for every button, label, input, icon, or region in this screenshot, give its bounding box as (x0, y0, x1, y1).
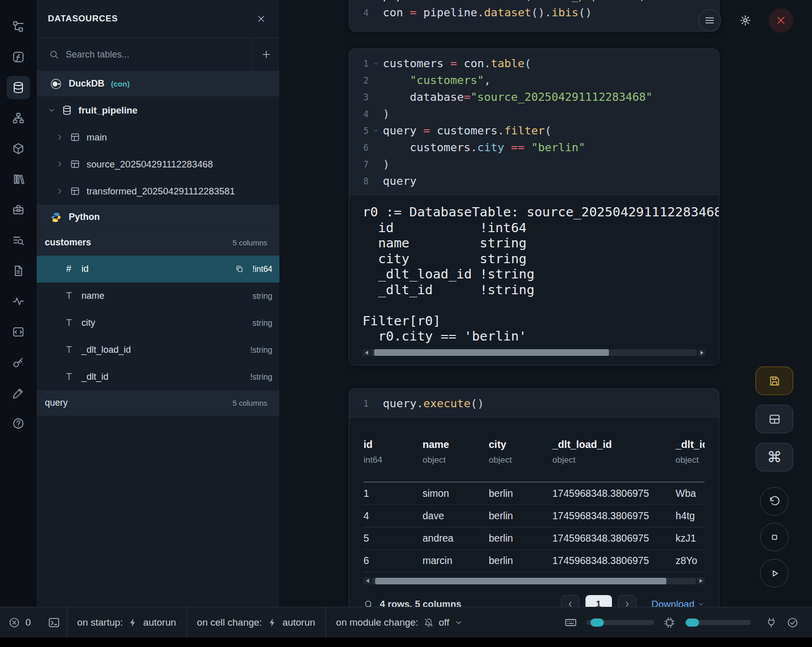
search-icon[interactable] (363, 599, 374, 607)
rail-item-database[interactable] (7, 76, 30, 99)
column-header-city[interactable]: cityobject (489, 432, 552, 482)
table-row[interactable]: 4daveberlin1745968348.3806975h4tg (363, 505, 705, 527)
table-cell: berlin (489, 555, 552, 567)
scroll-left-button[interactable] (362, 349, 370, 356)
chevron-down-icon[interactable] (48, 106, 55, 114)
rail-item-toolbox[interactable] (7, 198, 30, 221)
keyboard-icon[interactable] (564, 616, 577, 629)
code-line[interactable]: 4) (349, 105, 719, 122)
save-button[interactable] (755, 367, 793, 395)
rail-item-library[interactable] (7, 167, 30, 191)
code-line[interactable]: 1query.execute() (349, 395, 719, 412)
chevron-right-icon[interactable] (56, 160, 64, 168)
run-button[interactable] (760, 559, 789, 587)
scrollbar-track[interactable] (371, 349, 697, 356)
code-line[interactable]: 8query (349, 173, 719, 189)
table-row-customers[interactable]: customers 5 columns (37, 230, 279, 256)
scroll-left-button[interactable] (363, 577, 371, 584)
table-cell: dave (423, 510, 489, 522)
chip-icon[interactable] (663, 616, 676, 629)
code-line[interactable]: 4con = pipeline.dataset().ibis() (349, 4, 719, 21)
fold-chevron-icon[interactable] (369, 60, 383, 67)
slider-thumb[interactable] (686, 618, 699, 627)
code-line[interactable]: 7) (349, 156, 719, 173)
error-count: 0 (25, 617, 31, 628)
code-line[interactable]: 3 database="source_202504291112283468" (349, 89, 719, 105)
code-line[interactable]: 6 customers.city == "berlin" (349, 139, 719, 156)
scrollbar-track[interactable] (372, 578, 696, 584)
rail-item-document[interactable] (7, 259, 30, 283)
rail-item-code-window[interactable] (7, 320, 30, 344)
slider-thumb[interactable] (591, 618, 604, 627)
scroll-right-button[interactable] (697, 577, 705, 584)
key-icon (12, 356, 25, 369)
menu-button[interactable] (698, 9, 721, 32)
scrollbar-thumb[interactable] (374, 349, 609, 356)
column-row-_dlt_id[interactable]: T_dlt_id!string (37, 363, 279, 390)
column-header-name[interactable]: nameobject (423, 432, 489, 482)
code-text: ) (383, 158, 389, 171)
column-header-_dlt_id[interactable]: _dlt_idobject (676, 432, 705, 482)
table-row[interactable]: 5andreaberlin1745968348.3806975kzJ1 (363, 527, 705, 550)
chevron-right-icon[interactable] (56, 187, 64, 195)
rail-item-sitemap[interactable] (7, 106, 30, 130)
engine-row-duckdb[interactable]: DuckDB (con) (37, 71, 279, 97)
app-root: DATASOURCES DuckDB (con) fruit_pipelinem… (0, 0, 812, 607)
tree-item-transformed_202504291112283581[interactable]: transformed_202504291112283581 (37, 178, 279, 205)
column-row-city[interactable]: Tcitystring (37, 310, 279, 336)
error-counter[interactable]: 0 (0, 607, 41, 637)
rail-item-key[interactable] (7, 351, 30, 374)
search-input[interactable] (66, 49, 245, 60)
fold-chevron-icon[interactable] (369, 127, 383, 134)
rail-item-list-search[interactable] (7, 229, 30, 252)
column-header-_dlt_load_id[interactable]: _dlt_load_idobject (552, 432, 676, 482)
column-header-id[interactable]: idint64 (363, 432, 423, 482)
chevron-right-icon[interactable] (56, 133, 64, 141)
rail-item-function[interactable] (7, 45, 30, 69)
document-icon (12, 264, 25, 277)
settings-button[interactable] (734, 9, 757, 32)
column-row-_dlt_load_id[interactable]: T_dlt_load_id!string (37, 336, 279, 363)
scrollbar-thumb[interactable] (375, 578, 666, 584)
tree-item-fruit_pipeline[interactable]: fruit_pipeline (37, 97, 279, 124)
tree-item-main[interactable]: main (37, 124, 279, 151)
rail-item-package[interactable] (7, 137, 30, 160)
layout-button[interactable] (755, 405, 793, 433)
close-panel-button[interactable] (256, 14, 266, 24)
code-line[interactable]: 1customers = con.table( (349, 55, 719, 72)
on-startup-setting[interactable]: on startup: autorun (67, 607, 186, 637)
rail-item-help[interactable] (7, 412, 30, 435)
table-row-query[interactable]: query 5 columns (37, 390, 279, 416)
table-row[interactable]: 6marcinberlin1745968348.3806975z8Yo (363, 550, 705, 572)
code-line[interactable]: 3pipeline = dlt.attach("fruit_pipeline") (349, 0, 719, 4)
table-row[interactable]: 1simonberlin1745968348.3806975Wba (363, 483, 705, 505)
on-module-change-setting[interactable]: on module change: off (326, 607, 472, 637)
chip-slider[interactable] (685, 620, 751, 625)
engine-name: DuckDB (69, 78, 104, 89)
next-page-button[interactable] (618, 595, 636, 607)
terminal-button[interactable] (41, 607, 67, 637)
rail-item-tree[interactable] (7, 15, 30, 38)
rail-item-pen[interactable] (7, 381, 30, 405)
keyboard-slider[interactable] (586, 620, 654, 625)
connection-icon[interactable] (765, 616, 777, 629)
copy-icon[interactable] (235, 264, 244, 274)
chevron-down-icon (697, 601, 705, 607)
scroll-right-button[interactable] (698, 349, 706, 356)
undo-button[interactable] (760, 487, 789, 516)
download-link[interactable]: Download (652, 599, 705, 607)
engine-connection-badge: (con) (111, 79, 130, 88)
code-line[interactable]: 2 "customers", (349, 72, 719, 89)
tree-item-source_202504291112283468[interactable]: source_202504291112283468 (37, 151, 279, 178)
add-datasource-button[interactable] (252, 38, 279, 71)
column-row-id[interactable]: #id!int64 (37, 256, 279, 283)
section-python[interactable]: Python (37, 205, 279, 230)
prev-page-button[interactable] (561, 595, 579, 607)
on-cell-change-setting[interactable]: on cell change: autorun (187, 607, 325, 637)
command-palette-button[interactable]: ⌘ (755, 443, 793, 471)
column-row-name[interactable]: Tnamestring (37, 283, 279, 310)
rail-item-activity[interactable] (7, 290, 30, 313)
stop-button[interactable] (760, 523, 789, 551)
code-line[interactable]: 5query = customers.filter( (349, 122, 719, 139)
shutdown-button[interactable] (769, 8, 793, 33)
